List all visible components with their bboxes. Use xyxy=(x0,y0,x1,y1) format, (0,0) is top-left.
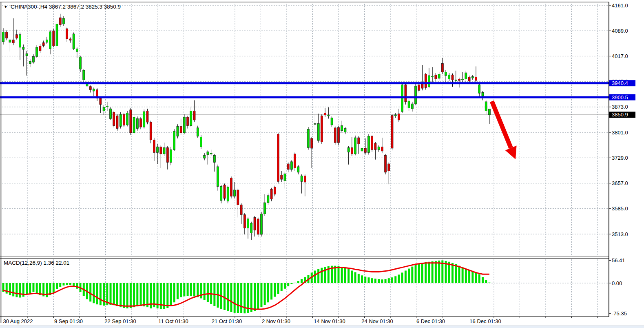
svg-text:3900.5: 3900.5 xyxy=(612,94,628,100)
svg-text:9 Sep 01:30: 9 Sep 01:30 xyxy=(54,318,83,324)
svg-text:21 Oct 01:30: 21 Oct 01:30 xyxy=(212,318,242,324)
chart-title-bar: ▼ CHINA300-,H4 3867.2 3867.2 3825.3 3850… xyxy=(4,4,121,10)
svg-text:3513.0: 3513.0 xyxy=(612,231,628,237)
chart-title: CHINA300-,H4 3867.2 3867.2 3825.3 3850.9 xyxy=(11,4,121,10)
panel-borders xyxy=(0,2,609,323)
svg-text:3729.0: 3729.0 xyxy=(612,155,628,161)
svg-text:6 Dec 01:30: 6 Dec 01:30 xyxy=(416,318,445,324)
chart-canvas[interactable]: 4161.04089.04017.03945.03873.03801.03729… xyxy=(0,0,644,328)
svg-text:4089.0: 4089.0 xyxy=(612,28,628,34)
svg-text:4017.0: 4017.0 xyxy=(612,53,628,59)
svg-text:-75.35: -75.35 xyxy=(612,310,627,317)
svg-text:30 Aug 2022: 30 Aug 2022 xyxy=(3,318,33,324)
sell-arrow-annotation[interactable] xyxy=(492,101,517,159)
candlesticks xyxy=(2,14,491,240)
gridlines xyxy=(2,4,609,317)
chart-window: ▼ CHINA300-,H4 3867.2 3867.2 3825.3 3850… xyxy=(0,0,644,328)
macd-indicator-label: MACD(12,26,9) 1.36 22.01 xyxy=(4,260,69,266)
svg-text:3850.9: 3850.9 xyxy=(612,112,628,118)
last-price-label: 3850.9 xyxy=(609,112,635,118)
symbol-dropdown-icon[interactable]: ▼ xyxy=(4,5,8,9)
macd-axis-labels: 56.410.00-75.35 xyxy=(609,257,627,317)
svg-text:24 Nov 01:30: 24 Nov 01:30 xyxy=(361,318,393,324)
svg-text:56.41: 56.41 xyxy=(612,257,625,263)
resistance-line[interactable]: 3940.4 xyxy=(0,80,635,86)
svg-text:3585.0: 3585.0 xyxy=(612,205,628,212)
support-line[interactable]: 3900.5 xyxy=(0,94,635,100)
svg-text:3940.4: 3940.4 xyxy=(612,80,628,86)
svg-text:4161.0: 4161.0 xyxy=(612,2,628,9)
svg-text:16 Dec 01:30: 16 Dec 01:30 xyxy=(469,318,501,324)
svg-text:3657.0: 3657.0 xyxy=(612,180,628,186)
svg-text:2 Nov 01:30: 2 Nov 01:30 xyxy=(262,318,290,324)
svg-text:14 Nov 01:30: 14 Nov 01:30 xyxy=(314,318,345,324)
svg-text:22 Sep 01:30: 22 Sep 01:30 xyxy=(104,318,136,324)
svg-text:3801.0: 3801.0 xyxy=(612,129,628,136)
window-bottom-strip xyxy=(0,326,644,328)
svg-text:3873.0: 3873.0 xyxy=(612,104,628,110)
svg-text:0.00: 0.00 xyxy=(612,280,622,286)
svg-text:11 Oct 01:30: 11 Oct 01:30 xyxy=(158,318,188,324)
price-axis-labels: 4161.04089.04017.03945.03873.03801.03729… xyxy=(609,2,628,237)
time-axis: 30 Aug 20229 Sep 01:3022 Sep 01:3011 Oct… xyxy=(3,317,598,324)
